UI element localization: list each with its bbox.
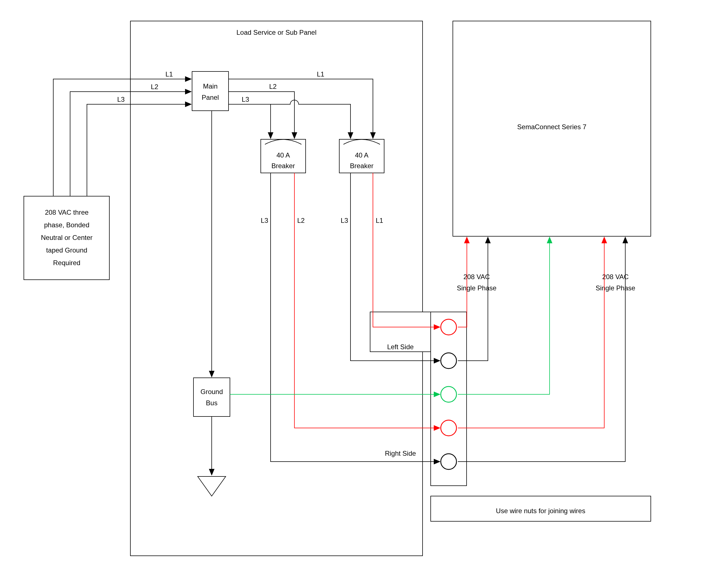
label-br-l1: L1 bbox=[376, 217, 383, 224]
sub-panel-title: Load Service or Sub Panel bbox=[237, 28, 316, 36]
label-bl-l2: L2 bbox=[297, 217, 305, 224]
label-l1-in: L1 bbox=[165, 70, 173, 78]
sema-label: SemaConnect Series 7 bbox=[517, 123, 587, 131]
phase-left-l1: 208 VAC bbox=[464, 273, 490, 280]
main-panel-l2: Panel bbox=[202, 93, 219, 101]
breaker-right-l2: Breaker bbox=[350, 162, 373, 170]
supply-line5: Required bbox=[53, 259, 80, 267]
supply-line4: taped Ground bbox=[46, 246, 87, 254]
ground-bus-l2: Bus bbox=[206, 399, 217, 407]
wire-nuts-label: Use wire nuts for joining wires bbox=[496, 507, 586, 514]
supply-line2: phase, Bonded bbox=[44, 221, 89, 229]
main-panel-l1: Main bbox=[203, 82, 218, 90]
wire-nut3-to-sema bbox=[458, 238, 550, 394]
label-br-l3: L3 bbox=[341, 217, 348, 224]
supply-line1: 208 VAC three bbox=[45, 209, 88, 216]
wire-nut4-to-sema bbox=[458, 238, 604, 428]
junction-box bbox=[431, 312, 467, 486]
right-side-label: Right Side bbox=[385, 449, 416, 457]
label-l2-out: L2 bbox=[269, 83, 277, 90]
ground-bus-box bbox=[193, 378, 230, 417]
supply-line3: Neutral or Center bbox=[41, 234, 93, 241]
label-bl-l3: L3 bbox=[261, 217, 268, 224]
label-l1-out: L1 bbox=[317, 70, 324, 78]
breaker-right-l1: 40 A bbox=[355, 151, 368, 159]
phase-right-l2: Single Phase bbox=[596, 284, 635, 292]
ground-bus-l1: Ground bbox=[201, 388, 223, 396]
label-l3-in: L3 bbox=[117, 96, 125, 103]
main-panel-box bbox=[192, 71, 228, 111]
left-side-label: Left Side bbox=[387, 343, 414, 351]
breaker-left-l1: 40 A bbox=[277, 151, 290, 159]
label-l2-in: L2 bbox=[151, 83, 159, 90]
phase-left-l2: Single Phase bbox=[457, 284, 496, 292]
phase-right-l1: 208 VAC bbox=[602, 273, 629, 280]
label-l3-out: L3 bbox=[242, 96, 249, 103]
breaker-left-l2: Breaker bbox=[271, 162, 295, 170]
sub-panel-box bbox=[130, 21, 423, 556]
wiring-diagram: Load Service or Sub Panel 208 VAC three … bbox=[0, 0, 715, 588]
